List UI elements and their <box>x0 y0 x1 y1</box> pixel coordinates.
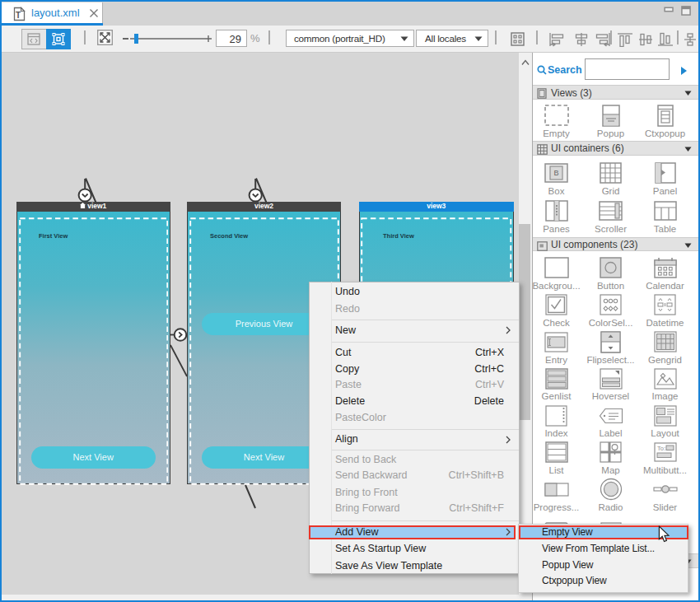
svg-text:T: T <box>16 10 21 19</box>
svg-text:B: B <box>553 169 558 177</box>
svg-text:To:: To: <box>657 445 665 452</box>
